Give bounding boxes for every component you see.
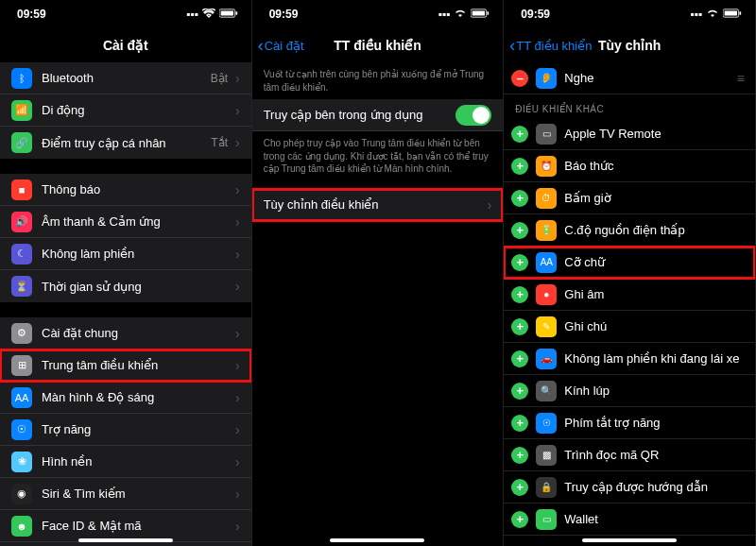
add-button[interactable]: + [511,415,528,432]
row-label: Thông báo [42,182,232,196]
row-a-m-thanh-ca-m-u-ng[interactable]: 🔊Âm thanh & Cảm ứng› [0,206,251,238]
status-time: 09:59 [269,8,299,21]
item-label: Nghe [564,71,736,85]
home-indicator[interactable] [78,538,173,542]
status-indicators: ▪▪▪ [438,8,490,21]
control-item-truy-ca-p-u-o-c-hu-o-ng-da-n[interactable]: +🔒Truy cập được hướng dẫn [504,471,755,503]
add-button[interactable]: + [511,479,528,496]
row-tho-ng-ba-o[interactable]: ■Thông báo› [0,174,251,206]
chevron-right-icon: › [235,103,240,118]
add-button[interactable]: + [511,126,528,143]
row-ca-i-a-t-chung[interactable]: ⚙Cài đặt chung› [0,317,251,350]
group-connectivity: ᛒBluetoothBật›📶Di động›🔗Điểm truy cập cá… [0,62,251,159]
drag-handle-icon[interactable]: ≡ [737,71,746,86]
alarm-icon: ⏰ [536,156,557,177]
row-label: Di động [42,103,232,117]
row-ma-n-hi-nh-o-sa-ng[interactable]: AAMàn hình & Độ sáng› [0,382,251,414]
add-button[interactable]: + [511,511,528,528]
add-button[interactable]: + [511,447,528,464]
row-detail: Bật [211,72,228,85]
chevron-right-icon: › [235,454,240,469]
batt-icon: 🔋 [536,220,557,241]
chevron-right-icon: › [488,197,492,213]
navbar: Cài đặt [0,28,251,62]
add-button[interactable]: + [511,318,528,335]
row-tho-i-gian-su-du-ng[interactable]: ⏳Thời gian sử dụng› [0,270,251,302]
customize-list[interactable]: –👂Nghe≡ ĐIỀU KHIỂN KHÁC +▭Apple TV Remot… [504,62,755,546]
control-item-phi-m-ta-t-tro-na-ng[interactable]: +☉Phím tắt trợ năng [504,407,755,439]
row-face-id-ma-t-ma[interactable]: ☻Face ID & Mật mã› [0,510,251,542]
group-notifications: ■Thông báo›🔊Âm thanh & Cảm ứng›☾Không là… [0,174,251,302]
add-button[interactable]: + [511,254,528,271]
section-header-more: ĐIỀU KHIỂN KHÁC [504,94,755,118]
back-button[interactable]: ‹ Cài đặt [258,37,304,54]
control-item-kho-ng-la-m-phie-n-khi-ang-la-i-xe[interactable]: +🚗Không làm phiền khi đang lái xe [504,343,755,375]
control-item-c-o-nguo-n-ie-n-tha-p[interactable]: +🔋C.độ nguồn điện thấp [504,214,755,247]
control-item-ki-nh-lu-p[interactable]: +🔍Kính lúp [504,375,755,407]
back-button[interactable]: ‹ TT điều khiển [509,37,592,54]
wifi-icon [202,8,215,21]
settings-list[interactable]: ᛒBluetoothBật›📶Di động›🔗Điểm truy cập cá… [0,62,251,546]
page-title: TT điều khiển [334,38,421,53]
control-item-co-chu[interactable]: +AACỡ chữ [504,247,755,279]
page-title: Cài đặt [103,38,148,53]
control-item-tri-nh-o-c-ma-qr[interactable]: +▩Trình đọc mã QR [504,439,755,471]
hint-access: Cho phép truy cập vào Trung tâm điều khi… [252,131,504,181]
home-indicator[interactable] [330,538,424,542]
row-label: Bluetooth [42,71,211,85]
control-item-wallet[interactable]: +▭Wallet [504,503,755,536]
cc-icon: ⊞ [11,355,32,376]
row-ie-m-truy-ca-p-ca-nha-n[interactable]: 🔗Điểm truy cập cá nhânTắt› [0,127,251,159]
svg-rect-1 [220,11,232,16]
item-label: Ghi âm [564,287,746,301]
row-label: Trợ năng [42,422,232,436]
row-siri-ti-m-kie-m[interactable]: ◉Siri & Tìm kiếm› [0,478,251,510]
home-indicator[interactable] [582,538,677,542]
row-label: Hình nền [42,454,232,469]
row-tro-na-ng[interactable]: ☉Trợ năng› [0,414,251,446]
add-button[interactable]: + [511,190,528,207]
row-kho-ng-la-m-phie-n[interactable]: ☾Không làm phiền› [0,238,251,270]
status-bar: 09:59 ▪▪▪ [252,0,504,28]
phone-customize: 09:59 ▪▪▪ ‹ TT điều khiển Tùy chỉnh –👂Ng… [504,0,756,546]
row-bluetooth[interactable]: ᛒBluetoothBật› [0,62,251,94]
item-label: Ghi chú [564,319,746,333]
row-di-o-ng[interactable]: 📶Di động› [0,94,251,127]
add-button[interactable]: + [511,383,528,400]
battery-icon [219,8,238,21]
accs-icon: ☉ [536,413,557,434]
row-customize-controls[interactable]: Tùy chỉnh điều khiển › [252,189,504,221]
disp-icon: AA [11,387,32,408]
cc-content[interactable]: Vuốt từ cạnh trên cùng bên phải xuống để… [252,62,504,546]
row-access-in-apps[interactable]: Truy cập bên trong ứng dụng [252,99,504,131]
battery-icon [723,8,742,21]
svg-rect-2 [235,11,237,14]
signal-icon: ▪▪▪ [186,8,198,21]
row-label: Tùy chỉnh điều khiển [264,197,484,212]
gear-icon: ⚙ [11,323,32,344]
control-item-ba-m-gio[interactable]: +⏱Bấm giờ [504,182,755,214]
row-trung-ta-m-ie-u-khie-n[interactable]: ⊞Trung tâm điều khiển› [0,350,251,382]
row-hi-nh-ne-n[interactable]: ❀Hình nền› [0,446,251,478]
control-item-nghe[interactable]: –👂Nghe≡ [504,62,755,94]
add-button[interactable]: + [511,350,528,367]
add-button[interactable]: + [511,286,528,303]
control-item-apple-tv-remote[interactable]: +▭Apple TV Remote [504,118,755,150]
group-general: ⚙Cài đặt chung›⊞Trung tâm điều khiển›AAM… [0,317,251,546]
remove-button[interactable]: – [511,70,528,87]
row-label: Face ID & Mật mã [42,519,232,533]
control-item-ba-o-thu-c[interactable]: +⏰Báo thức [504,150,755,182]
control-item-ghi-a-m[interactable]: +●Ghi âm [504,279,755,311]
row-sos-kha-n-ca-p[interactable]: SOSSOS khẩn cấp› [0,542,251,546]
item-label: Không làm phiền khi đang lái xe [564,351,746,366]
row-label: Thời gian sử dụng [42,280,232,294]
row-label: Điểm truy cập cá nhân [42,136,211,150]
sound-icon: 🔊 [11,212,32,232]
add-button[interactable]: + [511,222,528,239]
chevron-right-icon: › [235,247,240,262]
back-label: Cài đặt [265,39,304,53]
control-item-ghi-chu[interactable]: +✎Ghi chú [504,311,755,343]
add-button[interactable]: + [511,158,528,175]
rec-icon: ● [536,284,557,305]
toggle-switch[interactable] [455,105,491,126]
